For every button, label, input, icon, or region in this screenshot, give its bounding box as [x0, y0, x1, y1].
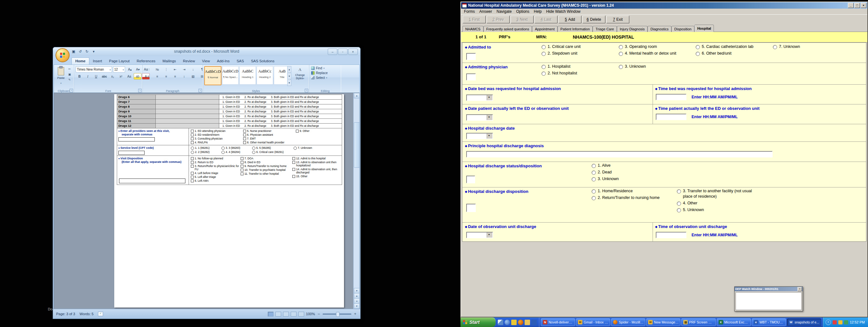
dropdown-arrow-icon[interactable]	[487, 95, 492, 100]
document-page[interactable]: Drugs 6 1. Given in ED 2. Rx at discharg…	[114, 94, 344, 307]
radio-icon[interactable]	[773, 45, 777, 49]
close-button[interactable]: ×	[861, 3, 866, 8]
ribbon-tab[interactable]: Insert	[89, 58, 105, 64]
radio-option[interactable]: 3. Unknown	[619, 64, 646, 69]
radio-option[interactable]: 4. Mental health or detox unit	[619, 51, 676, 56]
radio-icon[interactable]	[592, 171, 596, 175]
close-button[interactable]: ×	[348, 49, 358, 55]
dropdown-arrow-icon[interactable]	[487, 133, 492, 139]
redo-icon[interactable]: ↻	[84, 49, 90, 54]
menu-item[interactable]: Hide Watch Window	[544, 9, 583, 14]
prev-button[interactable]: 2Prev	[487, 16, 509, 23]
align-left-icon[interactable]: ≡	[144, 73, 153, 80]
radio-icon[interactable]	[541, 71, 546, 76]
minimize-button[interactable]: –	[328, 49, 337, 55]
task-spider[interactable]: Spider - Mozilla Fi...	[611, 318, 645, 326]
task-new-message[interactable]: ✉ New Message - ...	[646, 318, 680, 326]
radio-option[interactable]: 4. Other	[677, 201, 756, 206]
ribbon-tab[interactable]: Page Layout	[105, 58, 133, 64]
numbering-icon[interactable]: №	[153, 66, 161, 72]
radio-option[interactable]: 2. Dead	[592, 170, 619, 175]
tray-icon[interactable]	[838, 320, 842, 324]
select-item[interactable]: Select ▾	[311, 76, 329, 80]
ribbon-tab[interactable]: Mailings	[159, 58, 179, 64]
next-button[interactable]: 3Next	[510, 16, 533, 23]
align-center-icon[interactable]: ≡	[153, 73, 161, 80]
ribbon-tab[interactable]: Home	[71, 58, 89, 64]
radio-option[interactable]: 5. Unknown	[677, 207, 756, 213]
style-preview[interactable]: AaBbCc Heading 2	[256, 66, 273, 85]
task-prf-screen-shots[interactable]: ▤ PRF Screen Shots	[681, 318, 715, 326]
radio-icon[interactable]	[619, 65, 623, 69]
word-titlebar[interactable]: snapshots of ed.docx - Microsoft Word ▣↺…	[53, 47, 360, 56]
outline-view-icon[interactable]	[291, 312, 297, 317]
radio-option[interactable]: 1. Alive	[592, 163, 619, 168]
case-icon[interactable]: Aa	[125, 73, 133, 80]
task-novell[interactable]: N Novell-delivered ...	[541, 318, 575, 326]
radio-icon[interactable]	[592, 177, 596, 181]
zoom-out-button[interactable]: –	[317, 312, 321, 316]
tray-icon[interactable]	[833, 320, 837, 324]
scroll-up-icon[interactable]: ▲	[354, 93, 360, 98]
tab-injury-diagnosis[interactable]: Injury Diagnosis	[617, 26, 648, 32]
print-layout-view-icon[interactable]	[268, 312, 274, 317]
radio-icon[interactable]	[677, 202, 681, 206]
web-layout-view-icon[interactable]	[283, 312, 289, 317]
principle-diagnosis-input[interactable]	[466, 151, 773, 157]
radio-option[interactable]: 7. Unknown	[773, 44, 800, 50]
radio-icon[interactable]	[592, 164, 596, 168]
underline-icon[interactable]: U	[92, 73, 100, 80]
tray-icon[interactable]	[844, 320, 848, 324]
highlight-icon[interactable]: ab	[134, 73, 142, 80]
menu-item[interactable]: Navigate	[494, 9, 514, 14]
dialog-launcher-icon[interactable]: ↘	[138, 89, 142, 92]
gallery-more-icon[interactable]: ▼	[287, 80, 291, 86]
decrease-indent-icon[interactable]: ⇤	[171, 66, 179, 72]
first-button[interactable]: 1First	[463, 16, 486, 23]
time-observation-input[interactable]	[656, 232, 686, 238]
scrollbar-thumb[interactable]	[354, 122, 360, 168]
delete-button[interactable]: 6Delete	[582, 16, 606, 23]
radio-option[interactable]: 1. Hospitalist	[541, 64, 577, 69]
task-gmail[interactable]: ✉ Gmail - Inbox (1)...	[576, 318, 610, 326]
radio-icon[interactable]	[677, 189, 681, 194]
dialog-launcher-icon[interactable]: ↘	[69, 89, 73, 92]
radio-icon[interactable]	[619, 45, 623, 49]
tab-faq[interactable]: Frequently asked questions	[484, 26, 532, 32]
admitted-to-input[interactable]	[466, 53, 476, 60]
show-desktop-icon[interactable]	[498, 320, 503, 325]
select-browse-object-icon[interactable]: ●	[354, 298, 360, 304]
office-button[interactable]	[56, 48, 69, 62]
admitting-physician-input[interactable]	[466, 73, 476, 81]
grow-font-icon[interactable]: A▴	[126, 66, 134, 72]
tab-appointment[interactable]: Appointment	[532, 26, 558, 32]
gallery-up-icon[interactable]: ▲	[287, 66, 291, 72]
ribbon-tab[interactable]: SAS	[233, 58, 247, 64]
folder-icon[interactable]	[525, 320, 530, 325]
proofing-status-icon[interactable]: ✓	[98, 312, 103, 316]
radio-option[interactable]: 3. Unknown	[592, 176, 619, 182]
task-excel[interactable]: X Microsoft Excel - ...	[717, 318, 751, 326]
radio-option[interactable]: 3. Transfer to another facility (not usu…	[677, 188, 756, 199]
replace-item[interactable]: Replace	[311, 71, 329, 75]
dropdown-arrow-icon[interactable]	[487, 233, 492, 238]
ribbon-tab[interactable]: SAS Solutions	[247, 58, 278, 64]
radio-icon[interactable]	[541, 45, 546, 49]
paste-button[interactable]: Paste	[55, 66, 67, 87]
radio-icon[interactable]	[541, 52, 546, 56]
task-snapshots[interactable]: W snapshots of e...	[787, 318, 821, 326]
menu-item[interactable]: Answer	[477, 9, 494, 14]
discharge-date-dropdown[interactable]	[466, 133, 493, 139]
scroll-down-icon[interactable]: ▼	[354, 288, 360, 294]
subscript-icon[interactable]: x₂	[109, 73, 117, 80]
tab-disposition[interactable]: Disposition	[672, 26, 694, 32]
increase-indent-icon[interactable]: ⇥	[180, 66, 188, 72]
zoom-slider[interactable]	[322, 314, 351, 315]
discharge-status-input[interactable]	[466, 176, 475, 183]
date-bed-dropdown[interactable]	[466, 94, 493, 101]
ribbon-tab[interactable]: Add-Ins	[214, 58, 233, 64]
last-button[interactable]: 4Last	[534, 16, 558, 23]
app-titlebar[interactable]: National Hospital Ambulatory Medical Car…	[461, 2, 867, 9]
tab-triage-care[interactable]: Triage Care	[593, 26, 617, 32]
tab-diagnostics[interactable]: Diagnostics	[648, 26, 672, 32]
